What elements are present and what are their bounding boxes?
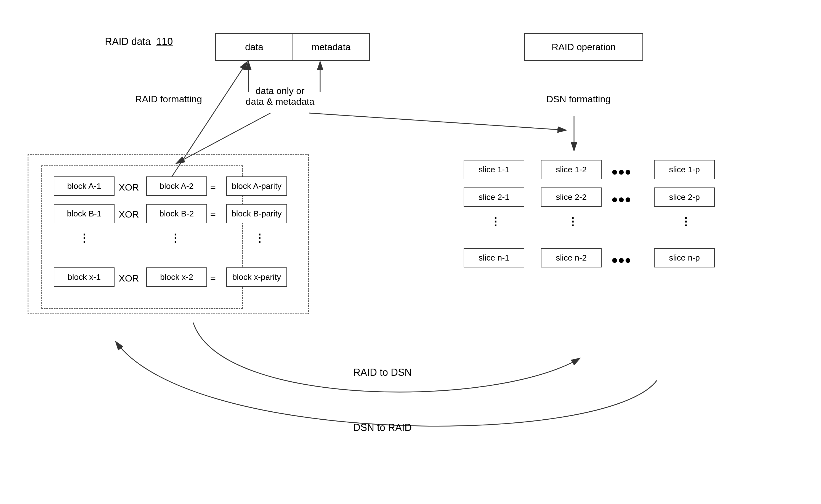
block-a1-box: block A-1 <box>54 176 114 196</box>
block-b-parity-box: block B-parity <box>226 204 287 223</box>
vdots-slice-col3: ⋮ <box>680 215 691 228</box>
block-a2-box: block A-2 <box>146 176 207 196</box>
eq-b-label: = <box>210 209 216 220</box>
raid-operation-label: RAID operation <box>552 42 616 52</box>
hdots-row2: ●●● <box>611 193 631 205</box>
block-x1-box: block x-1 <box>54 267 114 287</box>
raid-operation-box: RAID operation <box>524 33 643 61</box>
xor-b-label: XOR <box>119 209 139 220</box>
block-b1-box: block B-1 <box>54 204 114 223</box>
slice-2-p-box: slice 2-p <box>654 187 715 207</box>
diagram-container: data metadata RAID operation RAID data 1… <box>0 0 821 504</box>
xor-x-label: XOR <box>119 273 139 284</box>
slice-1-p-box: slice 1-p <box>654 160 715 179</box>
metadata-box: metadata <box>293 33 370 61</box>
block-x2-box: block x-2 <box>146 267 207 287</box>
block-x-parity-box: block x-parity <box>226 267 287 287</box>
data-label: data <box>245 42 263 52</box>
slice-1-1-box: slice 1-1 <box>464 160 524 179</box>
block-b2-box: block B-2 <box>146 204 207 223</box>
data-box: data <box>215 33 293 61</box>
raid-formatting-label: RAID formatting <box>135 94 202 104</box>
dsn-to-raid-label: DSN to RAID <box>353 422 412 433</box>
eq-x-label: = <box>210 273 216 284</box>
slice-2-2-box: slice 2-2 <box>541 187 601 207</box>
vdots-slice-col2: ⋮ <box>567 215 578 228</box>
hdots-row-n: ●●● <box>611 254 631 266</box>
raid-to-dsn-label: RAID to DSN <box>353 367 412 378</box>
slice-2-1-box: slice 2-1 <box>464 187 524 207</box>
hdots-row1: ●●● <box>611 165 631 178</box>
slice-n-1-box: slice n-1 <box>464 248 524 267</box>
block-a-parity-box: block A-parity <box>226 176 287 196</box>
svg-line-4 <box>309 113 566 130</box>
raid-data-text: RAID data <box>105 36 151 47</box>
xor-a-label: XOR <box>119 182 139 193</box>
raid-data-number: 110 <box>156 36 173 47</box>
slice-n-p-box: slice n-p <box>654 248 715 267</box>
vdots-col3: ⋮ <box>254 232 265 244</box>
slice-n-2-box: slice n-2 <box>541 248 601 267</box>
slice-1-2-box: slice 1-2 <box>541 160 601 179</box>
vdots-slice-col1: ⋮ <box>490 215 501 228</box>
eq-a-label: = <box>210 182 216 193</box>
metadata-label: metadata <box>312 42 351 52</box>
data-only-label: data only or data & metadata <box>246 85 315 107</box>
vdots-col2: ⋮ <box>170 232 181 244</box>
dsn-formatting-label: DSN formatting <box>546 94 610 104</box>
raid-data-label: RAID data 110 <box>105 36 173 47</box>
vdots-col1: ⋮ <box>79 232 90 244</box>
